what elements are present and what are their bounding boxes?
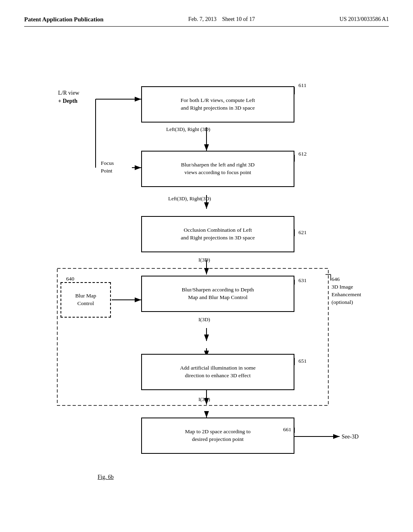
ref-646: 6463D ImageEnhancement(optional) — [332, 276, 361, 306]
box-661-text: Map to 2D space according todesired proj… — [185, 428, 250, 443]
page: Patent Application Publication Feb. 7, 2… — [0, 0, 413, 532]
box-621-text: Occlusion Combination of Leftand Right p… — [181, 227, 254, 242]
publication-title: Patent Application Publication — [24, 16, 104, 23]
box-612-text: Blur/sharpen the left and right 3Dviews … — [181, 161, 255, 177]
header: Patent Application Publication Feb. 7, 2… — [24, 16, 389, 27]
figure-label-text: Fig. 6b — [98, 474, 114, 480]
see-3d-label: See-3D — [342, 433, 359, 441]
ref-661: 661 — [283, 426, 291, 433]
ref-651: 651 — [298, 358, 307, 364]
box-651-text: Add artificial illumination in somedirec… — [180, 364, 255, 380]
box-651: Add artificial illumination in somedirec… — [141, 354, 294, 390]
i3d-label-2: I(3D) — [198, 316, 210, 323]
box-631-text: Blur/Sharpen according to DepthMap and B… — [182, 286, 254, 301]
ref-612: 612 — [298, 151, 307, 157]
ref-611: 611 — [298, 82, 307, 89]
focus-point-label: FocusPoint — [101, 160, 114, 175]
left3d-right3d-1: Left(3D), Right (3D) — [166, 126, 210, 133]
box-661: Map to 2D space according todesired proj… — [141, 418, 294, 454]
pub-date: Feb. 7, 2013 — [188, 16, 217, 22]
sheet-info: Sheet 10 of 17 — [222, 16, 255, 22]
box-612: Blur/sharpen the left and right 3Dviews … — [141, 151, 294, 187]
patent-number: US 2013/0033586 A1 — [340, 16, 389, 22]
i3d-label-3: I(3D) — [198, 396, 210, 403]
box-640-text: Blur MapControl — [75, 292, 96, 308]
ref-640: 640 — [66, 276, 74, 282]
ref-621: 621 — [298, 229, 307, 236]
header-center: Feb. 7, 2013 Sheet 10 of 17 — [188, 16, 255, 23]
ref-631: 631 — [298, 277, 307, 284]
header-right: US 2013/0033586 A1 — [340, 16, 389, 23]
figure-label: Fig. 6b — [98, 474, 114, 480]
box-640: Blur MapControl — [60, 282, 111, 318]
box-611: For both L/R views, compute Leftand Righ… — [141, 86, 294, 123]
left3d-right3d-2: Left(3D), Right(3D) — [168, 195, 211, 202]
box-611-text: For both L/R views, compute Leftand Righ… — [181, 97, 255, 112]
i3d-label-1: I(3D) — [198, 256, 210, 264]
lr-view-label: L/R view+ Depth — [58, 89, 79, 105]
header-left: Patent Application Publication — [24, 16, 104, 23]
box-621: Occlusion Combination of Leftand Right p… — [141, 216, 294, 252]
box-631: Blur/Sharpen according to DepthMap and B… — [141, 276, 294, 312]
diagram-area: L/R view+ Depth For both L/R views, comp… — [33, 51, 380, 494]
